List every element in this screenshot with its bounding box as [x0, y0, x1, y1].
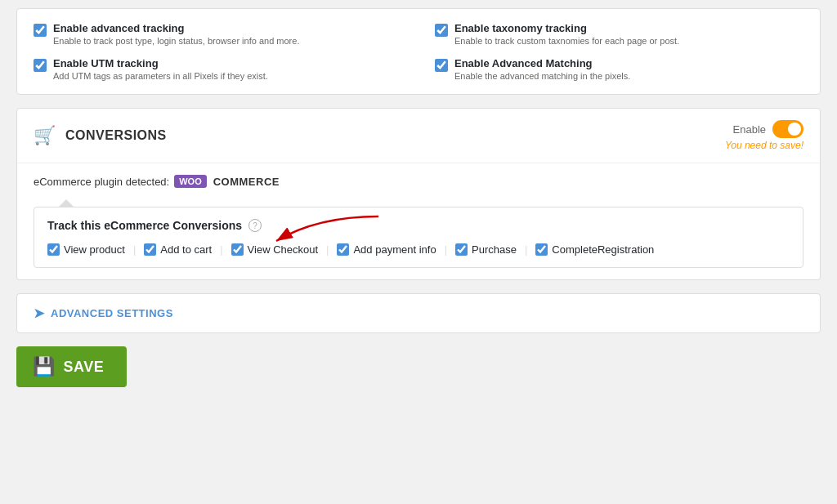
checkbox-item-purchase: Purchase [455, 243, 517, 256]
utm-tracking-checkbox[interactable] [34, 59, 47, 72]
add-to-cart-checkbox[interactable] [144, 243, 156, 256]
add-payment-checkbox[interactable] [337, 243, 349, 256]
view-product-label[interactable]: View product [64, 243, 125, 256]
save-button[interactable]: 💾 SAVE [16, 346, 127, 387]
info-icon[interactable]: ? [248, 219, 262, 232]
taxonomy-tracking-label: Enable taxonomy tracking [454, 22, 679, 34]
utm-tracking-desc: Add UTM tags as parameters in all Pixels… [53, 71, 268, 81]
ecommerce-detected: eCommerce plugin detected: WOO COMMERCE [34, 175, 803, 188]
advanced-settings-card[interactable]: ➤ ADVANCED SETTINGS [16, 293, 821, 333]
conversions-body: eCommerce plugin detected: WOO COMMERCE … [17, 163, 820, 279]
complete-registration-label[interactable]: CompleteRegistration [552, 243, 654, 256]
tracking-option-matching: Enable Advanced Matching Enable the adva… [435, 57, 803, 81]
toggle-slider [772, 120, 803, 138]
advanced-matching-label: Enable Advanced Matching [454, 57, 630, 69]
save-notice: You need to save! [725, 140, 803, 151]
advanced-tracking-checkbox[interactable] [34, 24, 47, 37]
checkbox-item-view-checkout: View Checkout [231, 243, 318, 256]
purchase-label[interactable]: Purchase [472, 243, 517, 256]
advanced-tracking-desc: Enable to track post type, login status,… [53, 36, 299, 46]
complete-registration-checkbox[interactable] [535, 243, 548, 256]
conversions-card: 🛒 CONVERSIONS Enable You need to save! e… [16, 108, 821, 280]
checkbox-item-add-to-cart: Add to cart [144, 243, 212, 256]
save-icon: 💾 [33, 356, 56, 377]
advanced-matching-desc: Enable the advanced matching in the pixe… [454, 71, 630, 81]
advanced-tracking-label: Enable advanced tracking [53, 22, 299, 34]
chevron-right-icon: ➤ [34, 306, 44, 321]
checkbox-item-complete-registration: CompleteRegistration [535, 243, 654, 256]
track-section: Track this eCommerce Conversions ? [34, 207, 803, 268]
divider-arrow [58, 199, 74, 207]
tracking-option-utm: Enable UTM tracking Add UTM tags as para… [34, 57, 402, 81]
advanced-matching-checkbox[interactable] [435, 59, 448, 72]
utm-tracking-label: Enable UTM tracking [53, 57, 268, 69]
view-checkout-checkbox[interactable] [231, 243, 244, 256]
add-payment-label[interactable]: Add payment info [353, 243, 436, 256]
ecommerce-checkboxes: View product | Add to cart | View Checko… [47, 243, 790, 256]
view-product-checkbox[interactable] [47, 243, 60, 256]
track-heading: Track this eCommerce Conversions [47, 219, 242, 232]
tracking-options-card: Enable advanced tracking Enable to track… [16, 8, 821, 95]
checkbox-item-add-payment: Add payment info [337, 243, 436, 256]
save-button-label: SAVE [64, 359, 105, 376]
tracking-option-taxonomy: Enable taxonomy tracking Enable to track… [435, 22, 803, 46]
advanced-settings-label: ADVANCED SETTINGS [51, 307, 173, 319]
conversions-toggle[interactable] [772, 120, 803, 138]
taxonomy-tracking-checkbox[interactable] [435, 24, 448, 37]
enable-label: Enable [733, 123, 766, 136]
woo-commerce-text: COMMERCE [213, 176, 280, 188]
woo-badge: WOO [174, 175, 207, 188]
tracking-option-advanced: Enable advanced tracking Enable to track… [34, 22, 402, 46]
conversions-title: CONVERSIONS [65, 128, 167, 143]
view-checkout-label[interactable]: View Checkout [248, 243, 318, 256]
purchase-checkbox[interactable] [455, 243, 468, 256]
conversions-header: 🛒 CONVERSIONS Enable You need to save! [17, 109, 820, 163]
cart-icon: 🛒 [34, 125, 56, 146]
ecommerce-label: eCommerce plugin detected: [34, 176, 169, 188]
checkbox-item-view-product: View product [47, 243, 125, 256]
add-to-cart-label[interactable]: Add to cart [160, 243, 212, 256]
taxonomy-tracking-desc: Enable to track custom taxnomies for eac… [454, 36, 679, 46]
tracking-options-grid: Enable advanced tracking Enable to track… [34, 22, 803, 81]
